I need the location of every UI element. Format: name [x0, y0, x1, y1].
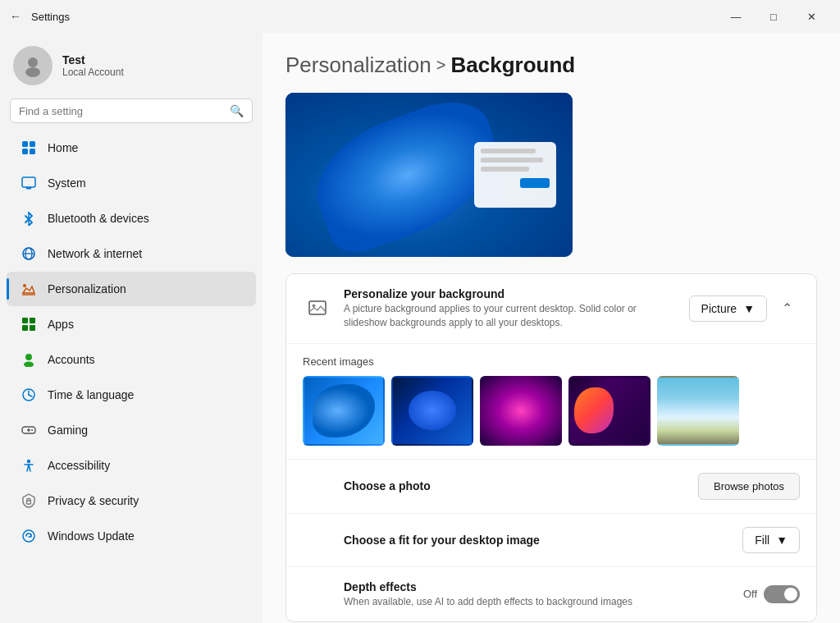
- recent-image-1[interactable]: [303, 376, 385, 446]
- depth-control: Off: [743, 585, 800, 603]
- apps-icon: [20, 315, 38, 333]
- preview-lines: [481, 149, 550, 172]
- search-icon: 🔍: [230, 104, 244, 117]
- personalize-desc: A picture background applies to your cur…: [344, 302, 678, 330]
- avatar: [13, 46, 52, 85]
- personalize-row: Personalize your background A picture ba…: [286, 274, 816, 344]
- breadcrumb-current: Background: [450, 53, 575, 78]
- chevron-down-icon-2: ▼: [776, 534, 788, 547]
- sidebar-item-bluetooth[interactable]: Bluetooth & devices: [7, 201, 256, 236]
- depth-desc: When available, use AI to add depth effe…: [344, 595, 732, 609]
- svg-point-30: [313, 304, 316, 307]
- svg-rect-14: [30, 318, 35, 323]
- fit-title: Choose a fit for your desktop image: [344, 534, 731, 547]
- svg-point-0: [28, 57, 38, 67]
- desktop-preview: [285, 93, 573, 257]
- sidebar-item-system[interactable]: System: [7, 166, 256, 200]
- preview-line-1: [481, 149, 536, 153]
- back-icon[interactable]: ←: [10, 10, 21, 23]
- choose-photo-text: Choose a photo: [303, 479, 687, 492]
- depth-toggle-container: Off: [743, 585, 800, 603]
- user-profile: Test Local Account: [0, 33, 262, 95]
- sidebar: Test Local Account 🔍 Home Sys: [0, 33, 262, 623]
- sidebar-item-apps[interactable]: Apps: [7, 307, 256, 341]
- browse-photos-button[interactable]: Browse photos: [698, 473, 800, 500]
- preview-bg: [285, 93, 573, 257]
- preview-window: [474, 142, 556, 208]
- choose-fit-row: Choose a fit for your desktop image Fill…: [286, 514, 816, 567]
- sidebar-label-accessibility: Accessibility: [48, 459, 110, 472]
- breadcrumb-parent[interactable]: Personalization: [285, 53, 431, 78]
- sidebar-label-accounts: Accounts: [48, 353, 95, 366]
- system-icon: [20, 174, 38, 192]
- background-settings-card: Personalize your background A picture ba…: [285, 273, 817, 622]
- recent-image-3[interactable]: [480, 376, 562, 446]
- sidebar-label-home: Home: [48, 141, 78, 154]
- sidebar-item-accessibility[interactable]: Accessibility: [7, 448, 256, 483]
- recent-images-grid: [303, 376, 800, 446]
- sidebar-item-gaming[interactable]: Gaming: [7, 413, 256, 447]
- svg-point-12: [23, 284, 26, 287]
- svg-rect-15: [22, 325, 28, 331]
- search-input[interactable]: [19, 105, 223, 117]
- sidebar-label-apps: Apps: [48, 318, 74, 331]
- svg-rect-16: [30, 325, 35, 331]
- sidebar-nav: Home System Bluetooth & devices: [0, 130, 262, 554]
- choose-photo-row: Choose a photo Browse photos: [286, 460, 816, 514]
- depth-effects-row: Depth effects When available, use AI to …: [286, 567, 816, 622]
- privacy-icon: [20, 492, 38, 510]
- personalize-control: Picture ▼ ⌃: [689, 295, 800, 322]
- choose-photo-title: Choose a photo: [344, 479, 687, 492]
- user-type: Local Account: [62, 66, 124, 78]
- dropdown-value: Picture: [701, 302, 737, 315]
- svg-rect-29: [309, 301, 326, 314]
- svg-rect-2: [22, 141, 28, 147]
- svg-rect-3: [30, 141, 35, 147]
- svg-rect-27: [27, 501, 31, 504]
- main-content: Personalization > Background: [262, 33, 840, 623]
- sidebar-item-personalization[interactable]: Personalization: [7, 272, 256, 306]
- sidebar-item-privacy[interactable]: Privacy & security: [7, 483, 256, 518]
- recent-image-2[interactable]: [391, 376, 473, 446]
- svg-line-21: [29, 395, 32, 396]
- sidebar-label-privacy: Privacy & security: [48, 494, 139, 507]
- breadcrumb: Personalization > Background: [285, 53, 817, 78]
- fit-dropdown[interactable]: Fill ▼: [742, 527, 800, 553]
- depth-title: Depth effects: [344, 580, 732, 593]
- fit-control: Fill ▼: [742, 527, 800, 553]
- personalize-title: Personalize your background: [344, 287, 678, 300]
- time-icon: [20, 386, 38, 404]
- fit-text: Choose a fit for your desktop image: [303, 534, 731, 547]
- svg-rect-5: [30, 149, 35, 154]
- depth-toggle-label: Off: [743, 588, 757, 600]
- preview-line-2: [481, 158, 543, 163]
- sidebar-label-system: System: [48, 176, 86, 190]
- sidebar-item-time[interactable]: Time & language: [7, 378, 256, 412]
- svg-rect-8: [25, 187, 32, 188]
- close-button[interactable]: ✕: [792, 4, 830, 29]
- app-title: Settings: [31, 11, 70, 23]
- sidebar-item-accounts[interactable]: Accounts: [7, 342, 256, 377]
- recent-image-5[interactable]: [657, 376, 739, 446]
- bluetooth-icon: [20, 209, 38, 227]
- sidebar-item-update[interactable]: Windows Update: [7, 519, 256, 553]
- depth-toggle[interactable]: [764, 585, 800, 603]
- accessibility-icon: [20, 456, 38, 474]
- minimize-button[interactable]: —: [717, 4, 755, 29]
- svg-point-18: [24, 362, 34, 368]
- recent-image-4[interactable]: [568, 376, 651, 446]
- sidebar-label-network: Network & internet: [48, 247, 142, 260]
- accounts-icon: [20, 350, 38, 369]
- svg-point-17: [25, 354, 32, 360]
- svg-point-1: [25, 67, 40, 77]
- svg-point-28: [23, 530, 34, 542]
- sidebar-label-bluetooth: Bluetooth & devices: [48, 212, 149, 225]
- collapse-button[interactable]: ⌃: [774, 295, 800, 322]
- background-type-dropdown[interactable]: Picture ▼: [689, 295, 767, 322]
- sidebar-item-network[interactable]: Network & internet: [7, 236, 256, 271]
- maximize-button[interactable]: □: [755, 4, 792, 29]
- fit-value: Fill: [755, 534, 769, 547]
- sidebar-label-update: Windows Update: [48, 529, 135, 543]
- home-icon: [20, 139, 38, 157]
- sidebar-item-home[interactable]: Home: [7, 131, 256, 165]
